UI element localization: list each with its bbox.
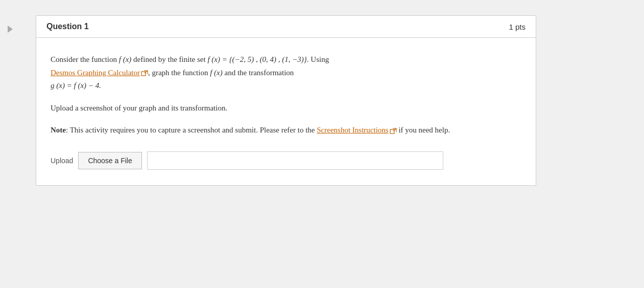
file-input-display [147, 151, 443, 170]
text-gx: g (x) = f (x) − 4. [51, 81, 101, 90]
text-fx2: f (x) [210, 69, 223, 77]
text-and-transformation: and the transformation [223, 69, 294, 77]
choose-file-button[interactable]: Choose a File [78, 152, 141, 169]
text-fx1: f (x) [119, 55, 132, 63]
svg-rect-2 [390, 129, 394, 134]
external-link-icon [141, 70, 148, 76]
question-title: Question 1 [46, 22, 89, 31]
question-paragraph-2: Upload a screenshot of your graph and it… [51, 102, 521, 115]
text-consider: Consider the function [51, 55, 119, 63]
text-note-mid: : This activity requires you to capture … [66, 126, 317, 134]
question-body: Consider the function f (x) defined by t… [36, 38, 536, 185]
svg-rect-0 [141, 72, 146, 76]
text-using: . Using [307, 55, 329, 63]
upload-section: Upload Choose a File [51, 151, 521, 170]
text-upload-request: Upload a screenshot of your graph and it… [51, 104, 227, 112]
screenshot-instructions-link[interactable]: Screenshot Instructions [317, 126, 396, 134]
desmos-link[interactable]: Desmos Graphing Calculator [51, 69, 148, 77]
nav-arrow-icon [5, 21, 15, 37]
question-points: 1 pts [509, 23, 526, 31]
question-header: Question 1 1 pts [36, 16, 536, 38]
text-set: f (x) = {(−2, 5) , (0, 4) , (1, −3)} [207, 55, 306, 63]
external-link-icon-2 [390, 128, 397, 134]
text-note-post: if you need help. [397, 126, 450, 134]
question-paragraph-1: Consider the function f (x) defined by t… [51, 53, 521, 93]
page-wrapper: Question 1 1 pts Consider the function f… [5, 5, 639, 288]
text-graph: , graph the function [148, 69, 210, 77]
text-note-bold: Note [51, 126, 66, 134]
text-defined: defined by the finite set [131, 55, 207, 63]
question-card: Question 1 1 pts Consider the function f… [36, 15, 536, 186]
question-paragraph-3: Note: This activity requires you to capt… [51, 124, 521, 137]
upload-label: Upload [51, 157, 73, 165]
